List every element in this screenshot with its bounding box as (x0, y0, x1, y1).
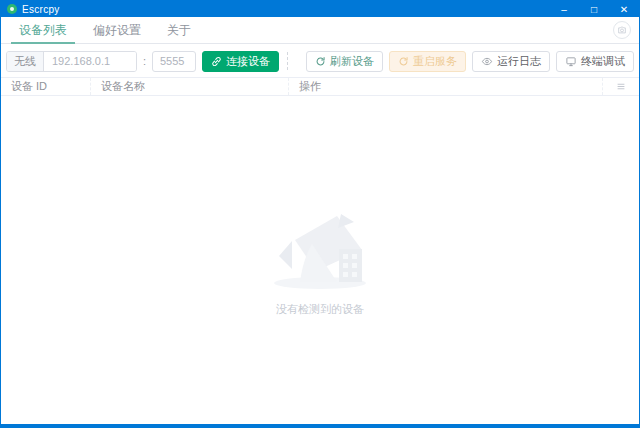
refresh-devices-button[interactable]: 刷新设备 (306, 51, 383, 72)
app-window: Escrcpy – □ ✕ 设备列表 偏好设置 关于 无线 : (0, 0, 640, 428)
device-toolbar: 无线 : 连接设备 刷新设备 重启服务 (1, 49, 639, 73)
list-menu-icon (616, 82, 626, 91)
tab-preferences[interactable]: 偏好设置 (93, 17, 141, 43)
tab-device-list[interactable]: 设备列表 (19, 17, 67, 43)
column-header-actions: 操作 (289, 78, 603, 95)
toolbar-divider (287, 52, 288, 70)
refresh-icon (315, 56, 326, 67)
connect-device-label: 连接设备 (226, 54, 270, 69)
run-logs-label: 运行日志 (497, 54, 541, 69)
minimize-button[interactable]: – (549, 1, 579, 17)
device-table-body: 没有检测到的设备 (1, 96, 639, 424)
run-logs-button[interactable]: 运行日志 (472, 51, 550, 72)
restart-service-label: 重启服务 (413, 54, 457, 69)
terminal-debug-button[interactable]: 终端调试 (556, 51, 634, 72)
app-logo-icon (7, 4, 17, 14)
titlebar: Escrcpy – □ ✕ (1, 1, 639, 17)
ip-address-input[interactable] (44, 52, 136, 71)
tab-device-list-label: 设备列表 (19, 22, 67, 39)
restart-service-button[interactable]: 重启服务 (389, 51, 466, 72)
column-header-device-id: 设备 ID (1, 78, 91, 95)
tab-bar: 设备列表 偏好设置 关于 (1, 17, 639, 44)
wireless-mode-label[interactable]: 无线 (7, 52, 44, 71)
column-header-device-name: 设备名称 (91, 78, 289, 95)
close-button[interactable]: ✕ (609, 1, 639, 17)
tab-preferences-label: 偏好设置 (93, 22, 141, 39)
empty-state: 没有检测到的设备 (1, 194, 639, 317)
refresh-devices-label: 刷新设备 (330, 54, 374, 69)
terminal-debug-label: 终端调试 (581, 54, 625, 69)
camera-icon (617, 25, 627, 35)
tab-about-label: 关于 (167, 22, 191, 39)
terminal-monitor-icon (565, 56, 577, 67)
restart-icon (398, 56, 409, 67)
tab-about[interactable]: 关于 (167, 17, 191, 43)
ip-port-separator: : (143, 55, 146, 67)
connect-device-button[interactable]: 连接设备 (202, 51, 279, 72)
wireless-address-group: 无线 (6, 51, 137, 72)
empty-illustration-icon (259, 194, 381, 294)
port-input[interactable] (152, 51, 196, 72)
camera-screenshot-button[interactable] (613, 21, 631, 39)
column-settings-button[interactable] (603, 78, 639, 95)
eye-icon (481, 56, 493, 67)
link-icon (211, 56, 222, 67)
window-title: Escrcpy (22, 4, 549, 15)
empty-state-text: 没有检测到的设备 (276, 302, 364, 317)
maximize-button[interactable]: □ (579, 1, 609, 17)
device-table-header: 设备 ID 设备名称 操作 (1, 77, 639, 96)
